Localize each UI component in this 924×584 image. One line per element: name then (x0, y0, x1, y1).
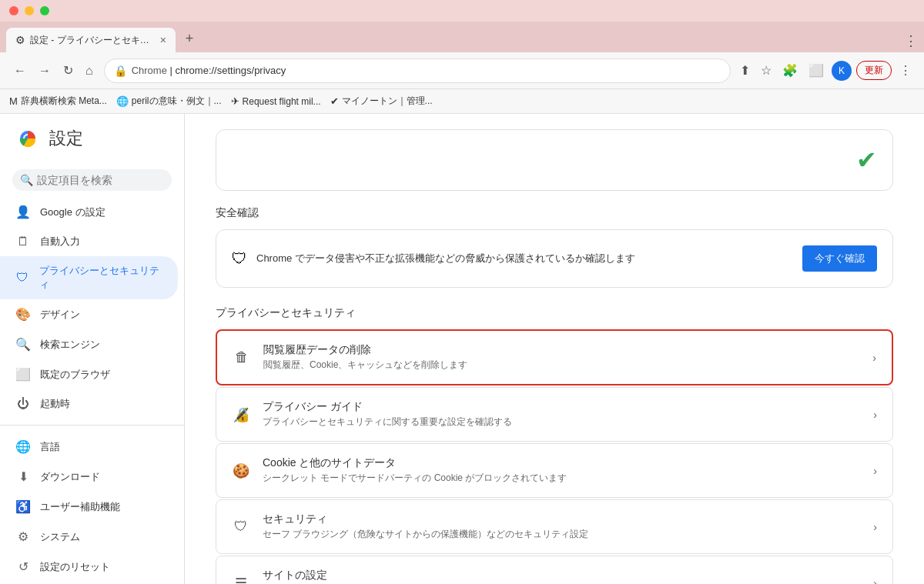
settings-item-1[interactable]: 🔏 プライバシー ガイド プライバシーとセキュリティに関する重要な設定を確認する… (216, 387, 893, 442)
bookmarks-bar: M 辞典横断検索 Meta... 🌐 perilの意味・例文｜... ✈ Req… (0, 89, 924, 114)
omnibar-actions: ⬆ ☆ 🧩 ⬜ K 更新 ⋮ (737, 60, 915, 81)
sidebar-item-6[interactable]: ⏻ 起動時 (0, 389, 178, 419)
settings-item-desc-3: セーフ ブラウジング（危険なサイトからの保護機能）などのセキュリティ設定 (263, 528, 873, 541)
titlebar (0, 0, 924, 22)
share-button[interactable]: ⬆ (737, 60, 753, 81)
sidebar-item-label-4: 検索エンジン (40, 338, 100, 352)
sidebar-item-label-9: ユーザー補助機能 (40, 500, 120, 514)
settings-item-icon-0: 🗑 (233, 349, 251, 365)
settings-item-icon-1: 🔏 (232, 406, 250, 423)
sidebar-item-label-10: システム (40, 530, 80, 544)
settings-item-desc-1: プライバシーとセキュリティに関する重要な設定を確認する (263, 415, 873, 429)
sidebar-item-11[interactable]: ↺ 設定のリセット (0, 552, 178, 582)
tab-close-button[interactable]: × (160, 34, 166, 46)
sidebar-item-8[interactable]: ⬇ ダウンロード (0, 462, 178, 492)
sidebar-item-5[interactable]: ⬜ 既定のブラウザ (0, 359, 178, 389)
safety-check-card: 🛡 Chrome でデータ侵害や不正な拡張機能などの脅威から保護されているか確認… (216, 229, 893, 288)
sidebar-divider (0, 425, 184, 425)
privacy-section-title: プライバシーとセキュリティ (216, 306, 893, 320)
main-area: 設定 🔍 👤 Google の設定 🗒 自動入力 🛡 プライバシーとセキュリティ… (0, 114, 924, 584)
settings-item-icon-3: 🛡 (232, 519, 250, 535)
nav-controls: ← → ↻ ⌂ (9, 60, 98, 81)
sidebar-item-icon-5: ⬜ (15, 367, 31, 382)
tab-settings-icon: ⚙ (15, 34, 25, 46)
sidebar-search-container: 🔍 (0, 163, 184, 197)
minimize-button[interactable] (25, 6, 34, 15)
sidebar-item-0[interactable]: 👤 Google の設定 (0, 197, 178, 227)
forward-button[interactable]: → (34, 61, 55, 81)
sidebar-item-2[interactable]: 🛡 プライバシーとセキュリティ (0, 256, 178, 299)
bookmark-label: マイノートン｜管理... (342, 95, 433, 108)
bookmark-label: perilの意味・例文｜... (132, 95, 222, 108)
sidebar-search-input[interactable] (12, 169, 172, 191)
sidebar-item-label-0: Google の設定 (40, 205, 105, 219)
settings-item-title-0: 閲覧履歴データの削除 (263, 343, 872, 357)
settings-items: 🗑 閲覧履歴データの削除 閲覧履歴、Cookie、キャッシュなどを削除します ›… (216, 329, 893, 584)
sidebar-item-label-6: 起動時 (40, 397, 70, 411)
sidebar-header: 設定 (0, 114, 184, 163)
settings-item-0[interactable]: 🗑 閲覧履歴データの削除 閲覧履歴、Cookie、キャッシュなどを削除します › (216, 329, 893, 385)
sidebar-item-icon-4: 🔍 (15, 337, 31, 352)
settings-item-2[interactable]: 🍪 Cookie と他のサイトデータ シークレット モードでサードパーティの C… (216, 443, 893, 498)
menu-button[interactable]: ⋮ (896, 60, 915, 81)
bookmark-item[interactable]: M 辞典横断検索 Meta... (9, 95, 107, 108)
safety-card-left: 🛡 Chrome でデータ侵害や不正な拡張機能などの脅威から保護されているか確認… (232, 250, 635, 268)
bookmark-m-icon: M (9, 95, 18, 107)
profile-button[interactable]: K (832, 61, 852, 81)
sidebar-item-1[interactable]: 🗒 自動入力 (0, 227, 178, 256)
update-button[interactable]: 更新 (856, 61, 892, 80)
safety-check-button[interactable]: 今すぐ確認 (802, 245, 877, 272)
settings-item-title-2: Cookie と他のサイトデータ (263, 456, 873, 470)
sidebar-item-icon-10: ⚙ (15, 529, 31, 544)
sidebar-item-3[interactable]: 🎨 デザイン (0, 299, 178, 329)
bookmark-item[interactable]: ✈ Request flight mil... (231, 95, 321, 107)
extensions-button[interactable]: 🧩 (779, 60, 801, 81)
maximize-button[interactable] (40, 6, 49, 15)
settings-item-icon-2: 🍪 (232, 462, 250, 479)
settings-item-title-3: セキュリティ (263, 512, 873, 526)
window-button[interactable]: ⬜ (805, 60, 827, 81)
sidebar-item-7[interactable]: 🌐 言語 (0, 432, 178, 462)
sidebar-item-9[interactable]: ♿ ユーザー補助機能 (0, 492, 178, 522)
home-button[interactable]: ⌂ (81, 61, 98, 81)
bookmark-check-icon: ✔ (330, 95, 339, 107)
bookmark-item[interactable]: ✔ マイノートン｜管理... (330, 95, 433, 108)
window-menu-icon[interactable]: ⋮ (904, 32, 918, 49)
sidebar-item-label-8: ダウンロード (40, 470, 100, 484)
url-bar[interactable]: 🔒 Chrome | chrome://settings/privacy (104, 58, 731, 83)
top-card: ✔ (216, 129, 893, 191)
bookmark-item[interactable]: 🌐 perilの意味・例文｜... (116, 95, 222, 108)
search-icon: 🔍 (20, 174, 33, 186)
bookmark-label: 辞典横断検索 Meta... (21, 95, 107, 108)
settings-item-arrow-1: › (873, 409, 877, 421)
sidebar-item-label-1: 自動入力 (40, 235, 80, 249)
back-button[interactable]: ← (9, 61, 31, 81)
sidebar-item-label-3: デザイン (40, 308, 80, 322)
sidebar-item-label-7: 言語 (40, 440, 60, 454)
settings-item-3[interactable]: 🛡 セキュリティ セーフ ブラウジング（危険なサイトからの保護機能）などのセキュ… (216, 499, 893, 554)
green-check-icon: ✔ (856, 145, 877, 175)
bookmark-button[interactable]: ☆ (758, 60, 775, 81)
sidebar-item-label-2: プライバシーとセキュリティ (39, 264, 162, 292)
close-button[interactable] (9, 6, 18, 15)
chrome-logo-icon (15, 126, 40, 151)
safety-shield-icon: 🛡 (232, 250, 247, 268)
sidebar-item-icon-0: 👤 (15, 205, 31, 219)
settings-item-content-3: セキュリティ セーフ ブラウジング（危険なサイトからの保護機能）などのセキュリテ… (263, 512, 873, 541)
sidebar-item-icon-3: 🎨 (15, 307, 31, 322)
settings-item-desc-0: 閲覧履歴、Cookie、キャッシュなどを削除します (263, 359, 872, 372)
sidebar-item-4[interactable]: 🔍 検索エンジン (0, 329, 178, 359)
lock-icon: 🔒 (114, 65, 127, 77)
sidebar-item-icon-6: ⏻ (15, 397, 31, 411)
sidebar-item-label-5: 既定のブラウザ (40, 368, 110, 382)
active-tab[interactable]: ⚙ 設定 - プライバシーとセキュリテ... × (6, 28, 176, 52)
window-controls: ⋮ (904, 32, 918, 49)
sidebar-title: 設定 (49, 127, 83, 150)
settings-item-4[interactable]: ☰ サイトの設定 サイトが使用、表示できる情報（位置情報、カメラ、ポップアップな… (216, 556, 893, 584)
reload-button[interactable]: ↻ (59, 60, 78, 81)
settings-content: ✔ 安全確認 🛡 Chrome でデータ侵害や不正な拡張機能などの脅威から保護さ… (185, 114, 924, 584)
sidebar-item-10[interactable]: ⚙ システム (0, 522, 178, 552)
sidebar-item-icon-7: 🌐 (15, 439, 31, 454)
new-tab-button[interactable]: + (179, 28, 200, 49)
settings-item-content-2: Cookie と他のサイトデータ シークレット モードでサードパーティの Coo… (263, 456, 873, 485)
